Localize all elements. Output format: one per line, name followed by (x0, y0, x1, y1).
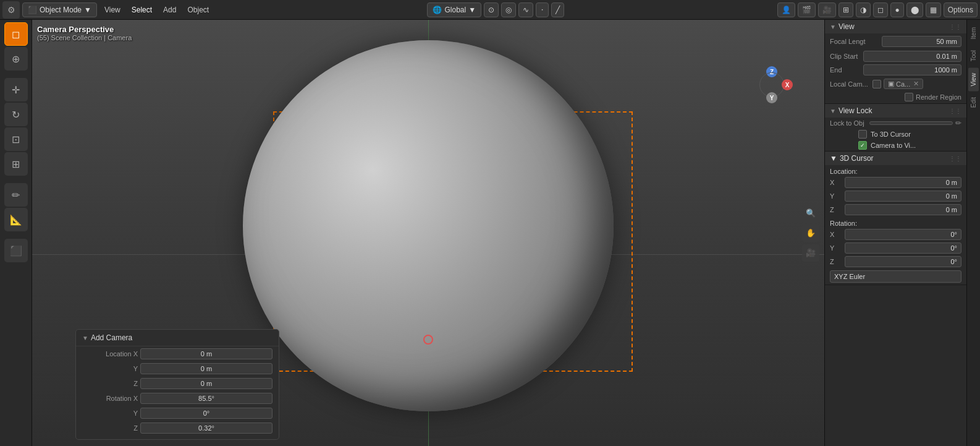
rotate-tool[interactable]: ↻ (4, 103, 28, 126)
menu-bar: View Select Add Object (99, 4, 214, 15)
cursor-y-value[interactable]: 0 m (845, 191, 961, 202)
mode-label: Object Mode (40, 6, 82, 14)
acp-rot-z-value[interactable]: 0.32° (140, 422, 272, 434)
cursor-ry-value[interactable]: 0° (845, 242, 961, 254)
cursor-rz-value[interactable]: 0° (845, 256, 961, 267)
cursor-tool[interactable]: ⊕ (4, 47, 28, 71)
right-panel: ▼ View ⋮⋮ Focal Lengt 50 mm Clip Start 0… (824, 20, 966, 446)
camera-to-vi-checkbox[interactable]: ✓ (858, 141, 867, 150)
acp-rot-z-row: Z 0.32° (76, 421, 279, 435)
local-cam-close[interactable]: ✕ (913, 80, 919, 88)
render-btn[interactable]: 🎥 (818, 2, 836, 17)
acp-rot-x-value[interactable]: 85.5° (140, 393, 272, 404)
rendered-btn[interactable]: ▦ (926, 2, 941, 17)
material-btn[interactable]: ⬤ (906, 2, 923, 17)
topbar-center: 🌐 Global ▼ ⊙ ◎ ∿ ⬝ ╱ (427, 2, 564, 17)
focal-value[interactable]: 50 mm (882, 36, 961, 47)
cursor-3d-header[interactable]: ▼ 3D Cursor ⋮⋮ (825, 152, 966, 165)
tab-tool[interactable]: Tool (968, 45, 979, 66)
measure-tool[interactable]: 📐 (4, 208, 28, 231)
options-btn[interactable]: Options (944, 2, 978, 17)
pan-btn[interactable]: ✋ (802, 225, 819, 242)
focal-row: Focal Lengt 50 mm (825, 33, 966, 49)
acp-loc-x-value[interactable]: 0 m (140, 348, 272, 359)
add-cube-tool[interactable]: ⬛ (4, 239, 28, 262)
left-toolbar: ◻ ⊕ ✛ ↻ ⊡ ⊞ ✏ 📐 ⬛ (0, 20, 32, 446)
render-region-row: Render Region (825, 91, 966, 103)
gizmo-x[interactable]: X (782, 79, 793, 90)
local-cam-toggle[interactable]: ▣ Ca... ✕ (884, 79, 923, 89)
wire-btn[interactable]: ◻ (873, 2, 888, 17)
cursor-rx-value[interactable]: 0° (845, 229, 961, 240)
output-btn[interactable]: ⊞ (838, 2, 853, 17)
euler-row: XYZ Euler (825, 268, 966, 285)
app-icon[interactable]: ⚙ (2, 1, 20, 19)
solid-btn[interactable]: ● (890, 2, 903, 17)
view-section-header[interactable]: ▼ View ⋮⋮ (825, 20, 966, 33)
acp-rot-z-label: Z (82, 424, 138, 432)
camera-perspective-label: Camera Perspective (37, 25, 132, 34)
lock-to-obj-value[interactable] (869, 121, 953, 125)
camera-to-vi-label: Camera to Vi... (871, 142, 916, 149)
viewport-shading-btn[interactable]: ◑ (856, 2, 871, 17)
acp-loc-y-value[interactable]: 0 m (140, 363, 272, 374)
user-prefs-btn[interactable]: 👤 (777, 2, 795, 17)
clip-end-label: End (830, 66, 861, 74)
lock-to-3d-cursor-row: To 3D Cursor (825, 129, 966, 140)
render-region-checkbox[interactable] (905, 93, 913, 101)
lock-to-obj-label: Lock to Obj (830, 119, 867, 127)
menu-select[interactable]: Select (127, 4, 157, 15)
focal-label: Focal Lengt (830, 38, 879, 45)
add-camera-panel: ▼ Add Camera Location X 0 m Y 0 m Z 0 m … (75, 329, 279, 440)
global-label: Global (444, 6, 466, 14)
local-cam-checkbox[interactable] (872, 80, 881, 88)
clip-start-value[interactable]: 0.01 m (863, 51, 961, 62)
cursor-x-value[interactable]: 0 m (845, 177, 961, 188)
annotate-tool[interactable]: ✏ (4, 183, 28, 207)
local-cam-value: Ca... (896, 80, 910, 88)
euler-select[interactable]: XYZ Euler (830, 270, 961, 283)
wave-btn[interactable]: ∿ (518, 2, 533, 17)
scale-tool[interactable]: ⊡ (4, 127, 28, 151)
cursor-z-value[interactable]: 0 m (845, 204, 961, 215)
view-lock-header[interactable]: ▼ View Lock ⋮⋮ (825, 104, 966, 118)
acp-rot-y-value[interactable]: 0° (140, 408, 272, 419)
view-title: View (838, 22, 855, 31)
cursor-3d-arrow: ▼ (830, 154, 837, 163)
acp-loc-z-value[interactable]: 0 m (140, 378, 272, 389)
slash-btn[interactable]: ╱ (551, 2, 564, 17)
dots-btn[interactable]: ⬝ (536, 2, 549, 17)
tab-edit[interactable]: Edit (968, 92, 979, 113)
cursor-3d-section: ▼ 3D Cursor ⋮⋮ Location: X 0 m Y 0 m Z 0… (825, 152, 966, 285)
cursor-z-label: Z (830, 206, 842, 213)
menu-add[interactable]: Add (158, 4, 181, 15)
to-3d-cursor-checkbox[interactable] (858, 130, 867, 139)
snap-btn[interactable]: ⊙ (484, 2, 499, 17)
lock-to-obj-icon[interactable]: ✏ (955, 119, 961, 127)
camera-view-btn[interactable]: 🎥 (802, 244, 819, 262)
acp-arrow: ▼ (82, 335, 88, 341)
view-dots: ⋮⋮ (949, 24, 961, 30)
select-tool[interactable]: ◻ (4, 22, 28, 46)
view-section: ▼ View ⋮⋮ Focal Lengt 50 mm Clip Start 0… (825, 20, 966, 104)
scene-btn[interactable]: 🎬 (798, 2, 816, 17)
transform-global[interactable]: 🌐 Global ▼ (427, 2, 481, 17)
acp-loc-x-row: Location X 0 m (76, 346, 279, 361)
clip-end-value[interactable]: 1000 m (863, 64, 961, 75)
add-camera-header[interactable]: ▼ Add Camera (76, 330, 279, 346)
viewport[interactable]: Camera Perspective (55) Scene Collection… (32, 20, 824, 446)
gizmo-y[interactable]: Y (766, 92, 777, 103)
topbar: ⚙ ⬛ Object Mode ▼ View Select Add Object… (0, 0, 980, 20)
proportional-btn[interactable]: ◎ (501, 2, 516, 17)
to-3d-cursor-label: To 3D Cursor (871, 131, 911, 138)
transform-tool[interactable]: ⊞ (4, 152, 28, 176)
right-tabs: Item Tool View Edit (966, 20, 980, 446)
menu-object[interactable]: Object (182, 4, 214, 15)
zoom-btn[interactable]: 🔍 (802, 205, 819, 222)
move-tool[interactable]: ✛ (4, 78, 28, 101)
menu-view[interactable]: View (99, 4, 125, 15)
tab-view[interactable]: View (968, 68, 979, 92)
mode-selector[interactable]: ⬛ Object Mode ▼ (22, 2, 97, 17)
view-lock-section: ▼ View Lock ⋮⋮ Lock to Obj ✏ To 3D Curso… (825, 104, 966, 152)
tab-item[interactable]: Item (968, 22, 979, 44)
